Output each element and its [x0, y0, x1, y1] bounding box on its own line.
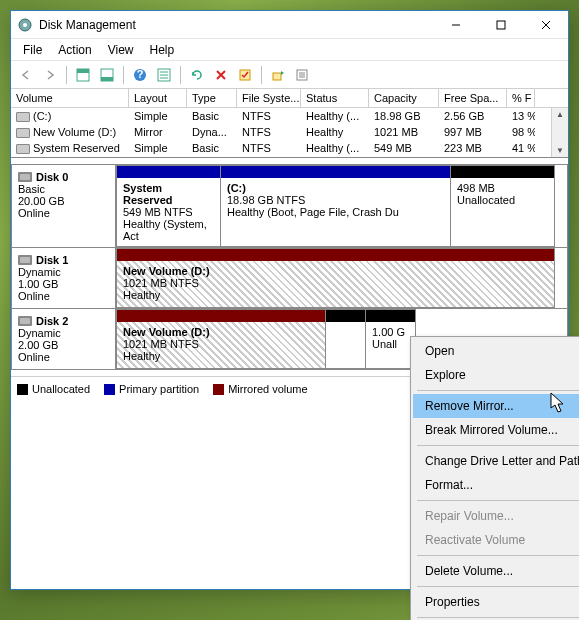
- svg-point-1: [23, 23, 27, 27]
- window-title: Disk Management: [39, 18, 433, 32]
- context-menu: OpenExploreRemove Mirror...Break Mirrore…: [410, 336, 579, 620]
- svg-rect-9: [101, 77, 113, 81]
- disk-icon: [18, 316, 32, 326]
- col-status[interactable]: Status: [301, 89, 369, 107]
- disk-row: Disk 0 Basic20.00 GBOnlineSystem Reserve…: [11, 164, 568, 248]
- menu-file[interactable]: File: [15, 40, 50, 60]
- context-menu-item[interactable]: Explore: [413, 363, 579, 387]
- menu-action[interactable]: Action: [50, 40, 99, 60]
- volume-row[interactable]: System Reserved SimpleBasic NTFSHealthy …: [11, 140, 568, 156]
- col-layout[interactable]: Layout: [129, 89, 187, 107]
- up-arrow-icon[interactable]: [267, 64, 289, 86]
- partition[interactable]: New Volume (D:)1021 MB NTFSHealthy: [116, 248, 555, 308]
- legend-unallocated: Unallocated: [32, 383, 90, 395]
- disk-label[interactable]: Disk 0 Basic20.00 GBOnline: [12, 165, 116, 247]
- forward-button: [39, 64, 61, 86]
- view-top-icon[interactable]: [72, 64, 94, 86]
- col-free-space[interactable]: Free Spa...: [439, 89, 507, 107]
- volume-row[interactable]: (C:) SimpleBasic NTFSHealthy (... 18.98 …: [11, 108, 568, 124]
- context-menu-item: Repair Volume...: [413, 504, 579, 528]
- back-button: [15, 64, 37, 86]
- svg-rect-19: [273, 73, 281, 80]
- context-menu-item[interactable]: Remove Mirror...: [413, 394, 579, 418]
- partition[interactable]: 498 MBUnallocated: [451, 165, 555, 247]
- refresh-icon[interactable]: [186, 64, 208, 86]
- disk-icon: [18, 255, 32, 265]
- properties-icon[interactable]: [291, 64, 313, 86]
- toolbar: ?: [11, 61, 568, 89]
- partition[interactable]: New Volume (D:)1021 MB NTFSHealthy: [116, 309, 326, 369]
- disk-label[interactable]: Disk 1 Dynamic1.00 GBOnline: [12, 248, 116, 308]
- svg-text:?: ?: [137, 68, 144, 80]
- col-percent-free[interactable]: % F: [507, 89, 535, 107]
- context-menu-item[interactable]: Properties: [413, 590, 579, 614]
- partition[interactable]: 1.00 GUnall: [366, 309, 416, 369]
- close-button[interactable]: [523, 11, 568, 39]
- menubar: File Action View Help: [11, 39, 568, 61]
- partition[interactable]: [326, 309, 366, 369]
- context-menu-item[interactable]: Break Mirrored Volume...: [413, 418, 579, 442]
- legend-mirror: Mirrored volume: [228, 383, 307, 395]
- volume-row[interactable]: New Volume (D:) MirrorDyna... NTFSHealth…: [11, 124, 568, 140]
- settings-list-icon[interactable]: [153, 64, 175, 86]
- disk-row: Disk 1 Dynamic1.00 GBOnlineNew Volume (D…: [11, 248, 568, 309]
- volume-list-header: Volume Layout Type File Syste... Status …: [11, 89, 568, 108]
- disk-label[interactable]: Disk 2 Dynamic2.00 GBOnline: [12, 309, 116, 369]
- volume-scrollbar[interactable]: ▲▼: [551, 108, 568, 157]
- maximize-button[interactable]: [478, 11, 523, 39]
- partition[interactable]: (C:)18.98 GB NTFSHealthy (Boot, Page Fil…: [221, 165, 451, 247]
- menu-help[interactable]: Help: [142, 40, 183, 60]
- partition[interactable]: System Reserved549 MB NTFSHealthy (Syste…: [116, 165, 221, 247]
- titlebar[interactable]: Disk Management: [11, 11, 568, 39]
- col-filesystem[interactable]: File Syste...: [237, 89, 301, 107]
- check-icon[interactable]: [234, 64, 256, 86]
- delete-icon[interactable]: [210, 64, 232, 86]
- col-capacity[interactable]: Capacity: [369, 89, 439, 107]
- view-bottom-icon[interactable]: [96, 64, 118, 86]
- help-icon[interactable]: ?: [129, 64, 151, 86]
- context-menu-item[interactable]: Change Drive Letter and Paths...: [413, 449, 579, 473]
- context-menu-item[interactable]: Format...: [413, 473, 579, 497]
- legend-primary: Primary partition: [119, 383, 199, 395]
- svg-rect-3: [497, 21, 505, 29]
- col-volume[interactable]: Volume: [11, 89, 129, 107]
- context-menu-item: Reactivate Volume: [413, 528, 579, 552]
- app-icon: [17, 17, 33, 33]
- menu-view[interactable]: View: [100, 40, 142, 60]
- svg-rect-7: [77, 69, 89, 73]
- volume-list[interactable]: (C:) SimpleBasic NTFSHealthy (... 18.98 …: [11, 108, 568, 158]
- context-menu-item[interactable]: Delete Volume...: [413, 559, 579, 583]
- disk-icon: [18, 172, 32, 182]
- minimize-button[interactable]: [433, 11, 478, 39]
- col-type[interactable]: Type: [187, 89, 237, 107]
- context-menu-item[interactable]: Open: [413, 339, 579, 363]
